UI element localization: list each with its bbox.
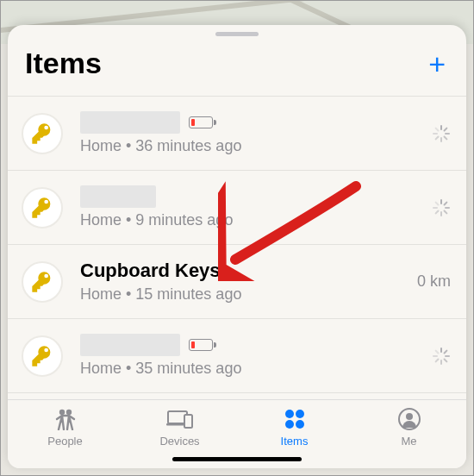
tab-label: Me <box>401 435 416 448</box>
list-item[interactable]: Home • 36 minutes ago <box>8 97 466 171</box>
item-distance: 0 km <box>406 272 451 291</box>
item-subtitle: Home • 35 minutes ago <box>80 360 406 378</box>
svg-point-5 <box>285 410 294 418</box>
items-icon <box>284 407 306 431</box>
home-indicator[interactable] <box>172 457 302 461</box>
sheet-grabber[interactable] <box>215 32 259 36</box>
item-main: Cupboard Keys Home • 15 minutes ago <box>80 260 406 304</box>
svg-rect-4 <box>184 415 192 428</box>
tab-bar: People Devices Items <box>8 399 466 468</box>
svg-point-6 <box>296 410 304 418</box>
item-main: Home • 9 minutes ago <box>80 185 406 229</box>
loading-spinner-icon <box>432 347 451 366</box>
tab-items[interactable]: Items <box>237 407 352 448</box>
item-main: Home • 36 minutes ago <box>80 111 406 155</box>
tab-me[interactable]: Me <box>352 407 466 448</box>
item-status <box>406 124 451 143</box>
item-status <box>406 198 451 217</box>
item-subtitle: Home • 36 minutes ago <box>80 137 406 155</box>
item-title: Cupboard Keys <box>80 260 221 282</box>
list-item[interactable]: Home • 9 minutes ago <box>8 171 466 245</box>
item-title-redacted <box>80 185 156 208</box>
item-subtitle: Home • 15 minutes ago <box>80 285 406 304</box>
list-item[interactable]: Cupboard Keys Home • 15 minutes ago 0 km <box>8 245 466 319</box>
svg-point-10 <box>406 413 413 420</box>
list-item[interactable]: Home • 35 minutes ago <box>8 319 466 393</box>
devices-icon <box>165 407 195 431</box>
item-status <box>406 347 451 366</box>
svg-point-1 <box>65 410 71 415</box>
key-icon <box>22 261 63 303</box>
items-sheet: Items + Home • 36 minutes ago <box>8 25 466 468</box>
svg-point-8 <box>296 420 304 429</box>
sheet-header: Items + <box>8 41 466 96</box>
page-title: Items <box>25 47 102 80</box>
tab-label: Devices <box>159 435 199 448</box>
add-item-button[interactable]: + <box>425 52 449 76</box>
tab-devices[interactable]: Devices <box>122 407 237 448</box>
key-icon <box>22 113 63 154</box>
item-title-redacted <box>80 111 180 134</box>
tab-label: Items <box>281 435 309 448</box>
key-icon <box>22 335 63 377</box>
low-battery-icon <box>189 339 216 351</box>
svg-point-0 <box>59 410 64 415</box>
item-main: Home • 35 minutes ago <box>80 334 406 378</box>
low-battery-icon <box>189 116 216 128</box>
items-list: Home • 36 minutes ago Home • 9 minutes a… <box>8 96 466 399</box>
me-icon <box>398 407 421 431</box>
svg-point-7 <box>285 420 294 429</box>
key-icon <box>22 187 63 229</box>
loading-spinner-icon <box>432 198 451 217</box>
loading-spinner-icon <box>432 124 451 143</box>
tab-people[interactable]: People <box>8 407 122 448</box>
people-icon <box>53 407 78 431</box>
item-title-redacted <box>80 334 180 356</box>
tab-label: People <box>47 435 82 448</box>
item-subtitle: Home • 9 minutes ago <box>80 211 406 229</box>
